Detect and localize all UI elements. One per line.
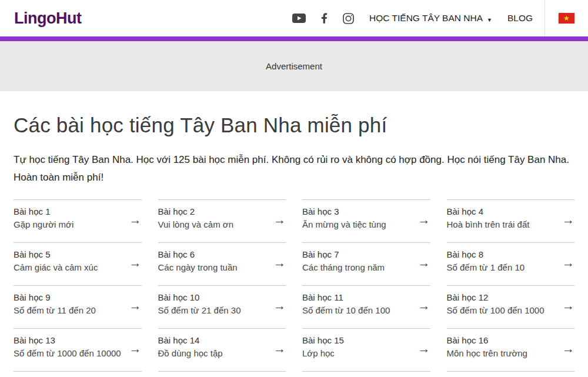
lesson-title: Bài học 2: [158, 206, 234, 216]
arrow-right-icon: [418, 253, 430, 269]
lesson-item[interactable]: Bài học 14 Đồ dùng học tập: [158, 328, 286, 371]
arrow-right-icon: [129, 210, 142, 226]
intro-text: Tự học tiếng Tây Ban Nha. Học với 125 bà…: [14, 151, 574, 186]
lesson-text: Bài học 2 Vui lòng và cảm ơn: [158, 206, 234, 229]
lesson-subtitle: Số đếm từ 1 đến 10: [447, 262, 525, 272]
main-content: Các bài học tiếng Tây Ban Nha miễn phí T…: [0, 114, 588, 373]
lesson-item[interactable]: Bài học 2 Vui lòng và cảm ơn: [158, 199, 286, 242]
lesson-text: Bài học 10 Số đếm từ 21 đến 30: [158, 292, 241, 315]
language-menu[interactable]: HỌC TIẾNG TÂY BAN NHA: [369, 13, 492, 24]
lesson-title: Bài học 8: [447, 249, 525, 259]
lesson-item[interactable]: Bài học 16 Môn học trên trường: [447, 328, 575, 371]
blog-link-label: BLOG: [507, 13, 533, 24]
lesson-title: Bài học 7: [302, 249, 385, 259]
lesson-text: Bài học 5 Cảm giác và cảm xúc: [14, 249, 98, 272]
lesson-text: Bài học 14 Đồ dùng học tập: [158, 335, 223, 358]
arrow-right-icon: [273, 339, 286, 355]
lesson-subtitle: Số đếm từ 21 đến 30: [158, 305, 241, 315]
lesson-text: Bài học 3 Ăn mừng và tiệc tùng: [302, 206, 386, 229]
lesson-grid: Bài học 1 Gặp người mới Bài học 2 Vui lò…: [14, 199, 574, 373]
lesson-item[interactable]: Bài học 11 Số đếm từ 10 đến 100: [302, 285, 430, 328]
lesson-text: Bài học 15 Lớp học: [302, 335, 344, 358]
lesson-item[interactable]: Bài học 9 Số đếm từ 11 đến 20: [14, 285, 142, 328]
lesson-subtitle: Ăn mừng và tiệc tùng: [302, 219, 386, 229]
lesson-item-ghost: [158, 371, 286, 373]
lesson-subtitle: Số đếm từ 10 đến 100: [302, 305, 390, 315]
blog-link[interactable]: BLOG: [507, 13, 533, 24]
ad-label: Advertisement: [266, 61, 322, 71]
lesson-subtitle: Hoà bình trên trái đất: [447, 219, 530, 229]
lesson-text: Bài học 13 Số đếm từ 1000 đến 10000: [14, 335, 121, 358]
lesson-title: Bài học 10: [158, 292, 241, 302]
lesson-text: Bài học 11 Số đếm từ 10 đến 100: [302, 292, 390, 315]
lesson-subtitle: Đồ dùng học tập: [158, 348, 223, 358]
lesson-title: Bài học 15: [302, 335, 344, 345]
lesson-item[interactable]: Bài học 8 Số đếm từ 1 đến 10: [447, 242, 575, 285]
arrow-right-icon: [562, 253, 574, 269]
lesson-subtitle: Lớp học: [302, 348, 344, 358]
lesson-item[interactable]: Bài học 7 Các tháng trong năm: [302, 242, 430, 285]
vietnam-flag[interactable]: ★: [545, 0, 588, 36]
lesson-title: Bài học 5: [14, 249, 98, 259]
lesson-subtitle: Số đếm từ 1000 đến 10000: [14, 348, 121, 358]
facebook-icon[interactable]: [321, 13, 328, 24]
lesson-item-ghost: [14, 371, 142, 373]
lesson-title: Bài học 3: [302, 206, 386, 216]
header: LingoHut HỌC TIẾNG TÂY BAN NHA BLOG ★: [0, 0, 588, 36]
arrow-right-icon: [418, 296, 430, 312]
lesson-item[interactable]: Bài học 13 Số đếm từ 1000 đến 10000: [14, 328, 142, 371]
arrow-right-icon: [562, 296, 574, 312]
lesson-title: Bài học 12: [447, 292, 544, 302]
lesson-subtitle: Gặp người mới: [14, 219, 74, 229]
lesson-text: Bài học 7 Các tháng trong năm: [302, 249, 385, 272]
lesson-item[interactable]: Bài học 1 Gặp người mới: [14, 199, 142, 242]
accent-strip: [0, 36, 588, 41]
arrow-right-icon: [273, 210, 286, 226]
lesson-subtitle: Các ngày trong tuần: [158, 262, 238, 272]
header-nav: HỌC TIẾNG TÂY BAN NHA BLOG: [292, 13, 544, 24]
ad-banner: Advertisement: [0, 41, 588, 91]
lesson-title: Bài học 1: [14, 206, 74, 216]
logo[interactable]: LingoHut: [14, 9, 81, 28]
page-title: Các bài học tiếng Tây Ban Nha miễn phí: [14, 114, 574, 137]
lesson-item[interactable]: Bài học 6 Các ngày trong tuần: [158, 242, 286, 285]
lesson-subtitle: Cảm giác và cảm xúc: [14, 262, 98, 272]
lesson-subtitle: Các tháng trong năm: [302, 262, 385, 272]
vietnam-flag-icon: ★: [559, 13, 574, 24]
lesson-text: Bài học 12 Số đếm từ 100 đến 1000: [447, 292, 544, 315]
lesson-text: Bài học 1 Gặp người mới: [14, 206, 74, 229]
lesson-title: Bài học 4: [447, 206, 530, 216]
lesson-title: Bài học 9: [14, 292, 96, 302]
lesson-item[interactable]: Bài học 12 Số đếm từ 100 đến 1000: [447, 285, 575, 328]
lesson-item[interactable]: Bài học 5 Cảm giác và cảm xúc: [14, 242, 142, 285]
lesson-subtitle: Số đếm từ 11 đến 20: [14, 305, 96, 315]
language-menu-label: HỌC TIẾNG TÂY BAN NHA: [369, 13, 483, 24]
lesson-title: Bài học 11: [302, 292, 390, 302]
arrow-right-icon: [562, 339, 574, 355]
lesson-text: Bài học 6 Các ngày trong tuần: [158, 249, 238, 272]
lesson-subtitle: Môn học trên trường: [447, 348, 527, 358]
lesson-text: Bài học 4 Hoà bình trên trái đất: [447, 206, 530, 229]
lesson-title: Bài học 13: [14, 335, 121, 345]
arrow-right-icon: [129, 253, 142, 269]
lesson-item-ghost: [302, 371, 430, 373]
lesson-item-ghost: [447, 371, 575, 373]
lesson-title: Bài học 6: [158, 249, 238, 259]
lesson-item[interactable]: Bài học 15 Lớp học: [302, 328, 430, 371]
lesson-title: Bài học 14: [158, 335, 223, 345]
chevron-down-icon: [487, 13, 492, 24]
lesson-text: Bài học 8 Số đếm từ 1 đến 10: [447, 249, 525, 272]
arrow-right-icon: [273, 296, 286, 312]
lesson-subtitle: Số đếm từ 100 đến 1000: [447, 305, 544, 315]
arrow-right-icon: [129, 339, 142, 355]
lesson-item[interactable]: Bài học 10 Số đếm từ 21 đến 30: [158, 285, 286, 328]
arrow-right-icon: [418, 339, 430, 355]
arrow-right-icon: [418, 210, 430, 226]
youtube-icon[interactable]: [292, 14, 306, 23]
arrow-right-icon: [273, 253, 286, 269]
lesson-title: Bài học 16: [447, 335, 527, 345]
lesson-item[interactable]: Bài học 3 Ăn mừng và tiệc tùng: [302, 199, 430, 242]
instagram-icon[interactable]: [343, 13, 354, 24]
lesson-text: Bài học 16 Môn học trên trường: [447, 335, 527, 358]
lesson-item[interactable]: Bài học 4 Hoà bình trên trái đất: [447, 199, 575, 242]
